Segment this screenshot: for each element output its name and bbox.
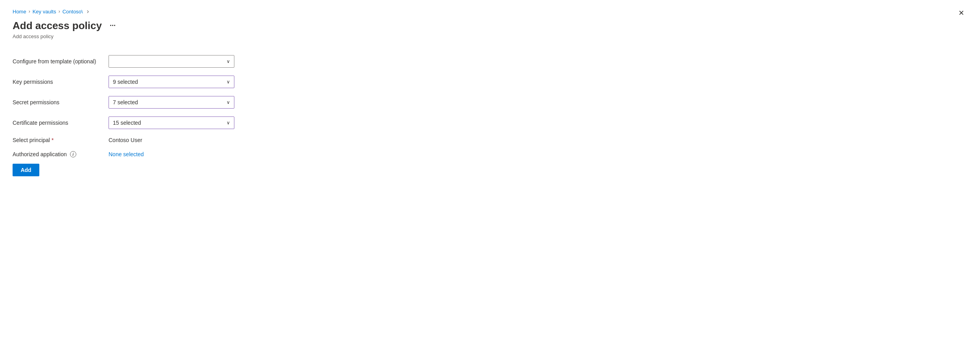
configure-template-dropdown[interactable]: ∨ [109,55,234,68]
key-permissions-dropdown[interactable]: 9 selected ∨ [109,76,234,88]
authorized-application-label: Authorized application [13,151,67,157]
page-subtitle: Add access policy [13,33,341,39]
page-header: Add access policy ··· [13,20,341,32]
key-permissions-value: 9 selected [113,79,227,85]
certificate-permissions-label: Certificate permissions [13,120,99,126]
configure-template-row: Configure from template (optional) ∨ [13,55,341,68]
info-icon[interactable]: i [70,151,76,157]
secret-permissions-label: Secret permissions [13,99,99,105]
more-options-button[interactable]: ··· [107,20,119,31]
secret-permissions-dropdown[interactable]: 7 selected ∨ [109,96,234,109]
select-principal-label-container: Select principal * [13,137,99,143]
page-title: Add access policy [13,20,102,32]
none-selected-link[interactable]: None selected [109,151,144,157]
breadcrumb-keyvaults[interactable]: Key vaults [33,9,56,15]
certificate-permissions-dropdown[interactable]: 15 selected ∨ [109,116,234,129]
breadcrumb-home[interactable]: Home [13,9,26,15]
key-permissions-label: Key permissions [13,79,99,85]
breadcrumb-contoso[interactable]: Contoso\ [63,9,83,15]
certificate-permissions-row: Certificate permissions 15 selected ∨ [13,116,341,129]
key-permissions-row: Key permissions 9 selected ∨ [13,76,341,88]
certificate-permissions-value: 15 selected [113,120,227,126]
breadcrumb-expand-icon[interactable]: › [87,8,89,15]
select-principal-row: Select principal * Contoso User [13,137,341,143]
form-section: Configure from template (optional) ∨ Key… [13,55,341,157]
chevron-down-icon: ∨ [227,100,230,105]
key-permissions-control: 9 selected ∨ [109,76,234,88]
close-button[interactable]: ✕ [955,8,967,18]
chevron-down-icon: ∨ [227,59,230,64]
authorized-application-row: Authorized application i None selected [13,151,341,157]
principal-value[interactable]: Contoso User [109,137,142,143]
add-button[interactable]: Add [13,164,39,176]
required-star: * [52,137,53,143]
configure-template-label: Configure from template (optional) [13,58,99,65]
secret-permissions-value: 7 selected [113,99,227,105]
select-principal-label: Select principal [13,137,50,143]
configure-template-control: ∨ [109,55,234,68]
breadcrumb-sep-2: › [59,9,60,14]
authorized-application-label-container: Authorized application i [13,151,99,157]
chevron-down-icon: ∨ [227,120,230,126]
breadcrumb: Home › Key vaults › Contoso\ › [13,8,341,15]
chevron-down-icon: ∨ [227,79,230,85]
breadcrumb-sep-1: › [29,9,30,14]
certificate-permissions-control: 15 selected ∨ [109,116,234,129]
secret-permissions-row: Secret permissions 7 selected ∨ [13,96,341,109]
secret-permissions-control: 7 selected ∨ [109,96,234,109]
